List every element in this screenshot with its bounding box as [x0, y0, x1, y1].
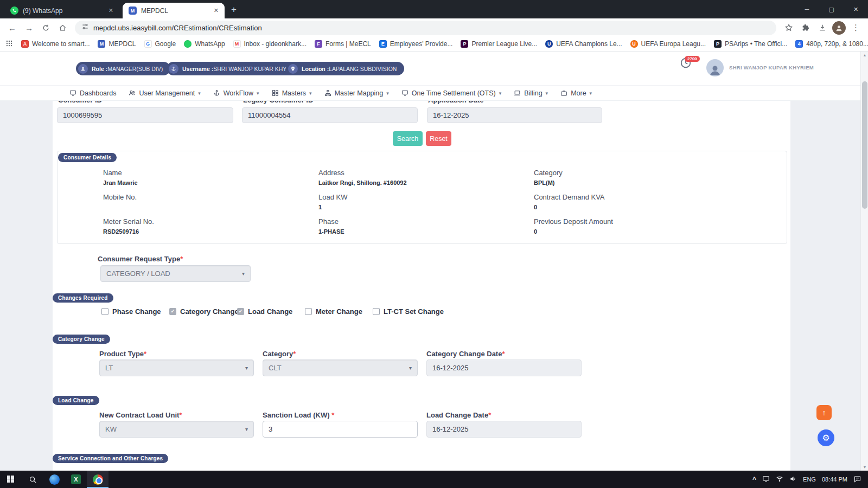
volume-icon[interactable] [789, 475, 797, 484]
legacy-consumer-id-label: Legacy Consumer ID [243, 101, 313, 104]
sanction-load-input[interactable]: 3 [263, 421, 418, 438]
checkbox-meter-change[interactable]: ✓ Meter Change [305, 307, 362, 316]
clock-icon [680, 61, 692, 70]
menu-kebab-icon[interactable]: ⋮ [848, 20, 864, 36]
nav-item-billing[interactable]: Billing ▾ [514, 89, 548, 97]
network-wifi-icon[interactable] [776, 475, 783, 484]
category-select[interactable]: CLT ▾ [263, 359, 418, 376]
bookmark-item[interactable]: UUEFA Champions Le... [545, 40, 622, 48]
notifications-button[interactable]: 2700 [680, 57, 692, 71]
scroll-down-icon[interactable]: ▼ [861, 465, 868, 469]
tray-expand-chevron[interactable]: ^ [752, 476, 756, 483]
nav-item-masters[interactable]: Masters ▾ [272, 89, 312, 97]
mepdcl-favicon-icon: M [129, 7, 137, 15]
bookmark-item[interactable]: GGoogle [144, 40, 176, 48]
role-value: MANAGER(SUB DIV) [107, 66, 163, 72]
checkbox-box[interactable]: ✓ [373, 308, 380, 315]
checkbox-phase-change[interactable]: ✓ Phase Change [101, 307, 161, 316]
scroll-to-top-button[interactable]: ↑ [816, 405, 832, 420]
address-bar[interactable]: mepdcl.ubs.ieasybill.com/CREstimation/CR… [75, 21, 776, 35]
field-value: 1 [318, 204, 322, 210]
bookmark-item[interactable]: MMEPDCL [98, 40, 136, 48]
nav-item-dashboards[interactable]: Dashboards [69, 89, 116, 97]
bookmark-label: Welcome to smart... [32, 40, 90, 48]
close-button[interactable]: ✕ [844, 0, 868, 18]
location-badge: Location :LAPALANG SUBDIVISION [286, 62, 404, 75]
home-icon[interactable] [55, 20, 71, 36]
action-center-icon[interactable] [853, 475, 861, 484]
scroll-up-icon[interactable]: ▲ [861, 53, 868, 57]
reload-icon[interactable] [38, 20, 54, 36]
category-change-date-input[interactable]: 16-12-2025 [426, 359, 582, 376]
field-value: RSD2509716 [103, 228, 139, 235]
maximize-button[interactable]: ▢ [819, 0, 844, 18]
bookmark-item[interactable]: WhatsApp [184, 40, 225, 48]
checkbox-label: Category Change [180, 307, 239, 316]
profile-avatar[interactable] [831, 20, 847, 36]
date-value: 16-12-2025 [432, 425, 469, 433]
taskbar-clock[interactable]: 08:44 PM [822, 476, 847, 483]
consumer-id-input[interactable]: 1000699595 [57, 107, 233, 123]
excel-icon: X [71, 474, 81, 484]
search-button[interactable]: Search [393, 131, 423, 146]
checkbox-box[interactable]: ✓ [101, 308, 108, 315]
consumer-request-type-select[interactable]: CATEGORY / LOAD ▾ [100, 265, 251, 282]
settings-fab-button[interactable]: ⚙ [818, 429, 834, 446]
taskbar-app-excel[interactable]: X [65, 471, 87, 488]
bookmark-item[interactable]: EEmployees' Provide... [379, 40, 453, 48]
user-avatar[interactable] [706, 59, 724, 76]
nav-item-master-mapping[interactable]: Master Mapping ▾ [324, 89, 389, 97]
apps-grid-icon[interactable] [5, 40, 13, 49]
field-value: 0 [534, 204, 537, 210]
page-scrollbar[interactable]: ▲ ▼ [860, 52, 868, 471]
application-date-input[interactable]: 16-12-2025 [427, 107, 602, 123]
new-tab-button[interactable]: + [225, 4, 244, 18]
tab-mepdcl-active[interactable]: M MEPDCL ✕ [123, 3, 225, 18]
tab-close-icon[interactable]: ✕ [107, 7, 115, 14]
downloads-icon[interactable] [814, 20, 830, 36]
extensions-puzzle-icon[interactable] [797, 20, 813, 36]
checkbox-box[interactable]: ✓ [237, 308, 244, 315]
reset-button[interactable]: Reset [426, 131, 451, 146]
product-type-select[interactable]: LT ▾ [99, 359, 254, 376]
window-controls: ─ ▢ ✕ [795, 0, 868, 18]
tab-close-icon[interactable]: ✕ [212, 7, 220, 14]
bookmark-star-icon[interactable] [781, 20, 796, 36]
scrollbar-thumb[interactable] [862, 81, 867, 209]
bookmark-item[interactable]: MInbox - gideonkhark... [233, 40, 307, 48]
bookmark-item[interactable]: FForms | MeECL [315, 40, 371, 48]
taskbar-app-chrome-active[interactable] [87, 471, 108, 488]
checkbox-box[interactable]: ✓ [305, 308, 312, 315]
load-unit-select[interactable]: KW ▾ [99, 421, 254, 438]
nav-item-workflow[interactable]: WorkFlow ▾ [213, 89, 259, 97]
nav-item-ots[interactable]: One Time Settlement (OTS) ▾ [401, 89, 501, 97]
checkbox-lt-ct-set-change[interactable]: ✓ LT-CT Set Change [373, 307, 444, 316]
checkbox-load-change[interactable]: ✓ Load Change [237, 307, 292, 316]
legacy-consumer-id-input[interactable]: 11000004554 [242, 107, 418, 123]
role-label: Role : [92, 66, 107, 72]
language-indicator[interactable]: ENG [803, 476, 816, 483]
nav-item-more[interactable]: More ▾ [560, 89, 592, 97]
taskbar-search-button[interactable] [22, 471, 43, 488]
bookmark-item[interactable]: PPremier League Live... [461, 40, 537, 48]
load-change-badge: Load Change [53, 396, 99, 405]
load-change-date-input[interactable]: 16-12-2025 [426, 421, 582, 438]
back-icon[interactable]: ← [4, 20, 20, 36]
taskbar-app-edge[interactable] [43, 471, 65, 488]
bookmark-item[interactable]: PPSArips • The Offici... [714, 40, 787, 48]
nav-item-user-management[interactable]: User Management ▾ [129, 89, 200, 97]
bookmark-label: PSArips • The Offici... [725, 40, 787, 48]
start-button[interactable] [0, 471, 22, 488]
tab-whatsapp[interactable]: (9) WhatsApp ✕ [4, 3, 119, 18]
bookmark-item[interactable]: UUEFA Europa Leagu... [630, 40, 706, 48]
bookmark-item[interactable]: AWelcome to smart... [21, 40, 90, 48]
bookmark-item[interactable]: 4480p, 720p, & 1080... [795, 40, 868, 48]
checkbox-category-change[interactable]: ✓ Category Change [169, 307, 239, 316]
display-tray-icon[interactable] [762, 475, 770, 484]
minimize-button[interactable]: ─ [795, 0, 819, 18]
checkbox-box[interactable]: ✓ [169, 308, 176, 315]
new-contract-load-unit-label: New Contract Load Unit* [99, 411, 182, 419]
site-settings-icon[interactable] [81, 23, 89, 33]
sanction-load-value: 3 [269, 425, 272, 433]
forward-icon[interactable]: → [21, 20, 37, 36]
